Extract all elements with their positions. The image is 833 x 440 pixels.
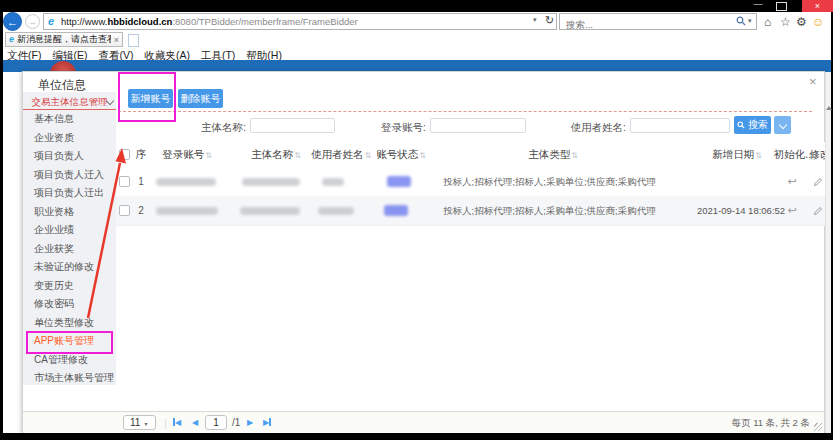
url-domain: hbbidcloud.cn [107,16,172,27]
entity-name-field[interactable] [250,118,335,133]
redacted-login-account [156,178,216,186]
annotation-box-app-account [26,331,113,354]
col-entity-name-label: 主体名称 [251,148,293,160]
bar-icon [269,418,271,426]
resize-grip[interactable] [814,423,822,431]
entity-type-text: 投标人;招标代理;招标人;采购单位;供应商;采购代理 [443,167,656,196]
tab-close-icon[interactable]: × [114,35,119,45]
delete-account-button[interactable]: 删除账号 [178,89,223,108]
url-dropdown-icon[interactable]: ▾ [533,16,537,24]
url-scheme: http://www. [61,16,107,27]
chevron-down-icon [779,121,787,129]
col-login-account-label: 登录账号 [162,148,204,160]
col-entity-type[interactable]: 主体类型⇅ [513,142,593,167]
window-close-button[interactable]: × [802,0,833,12]
annotation-box-add-account [118,72,176,122]
next-page-button[interactable]: ▶ [247,412,253,434]
scrollbar-up-icon[interactable] [826,106,832,110]
search-button-label: 搜索 [748,116,768,134]
status-badge [384,205,408,216]
favorites-star-icon[interactable]: ☆ [780,15,791,29]
col-login-account[interactable]: 登录账号⇅ [147,142,227,167]
sidebar-item-market-entity-account[interactable]: 市场主体账号管理 [23,369,116,387]
sort-icon[interactable]: ⇅ [755,151,762,160]
sidebar-item-pm-transfer-in[interactable]: 项目负责人迁入 [23,166,116,184]
sort-icon[interactable]: ⇅ [294,151,301,160]
row-index: 2 [134,196,148,225]
col-account-status-label: 账号状态 [376,148,418,160]
tab-title: 新消息提醒，请点击查看! ... [17,33,111,46]
smiley-extension-icon[interactable]: ☺ [812,15,824,29]
new-tab-button[interactable] [128,34,139,47]
row-index: 1 [134,167,148,196]
redacted-user-name [322,178,344,186]
total-pages-label: /1 [232,412,240,434]
sort-icon[interactable]: ⇅ [571,151,578,160]
sidebar-item-pm-transfer-out[interactable]: 项目负责人迁出 [23,184,116,202]
col-account-status[interactable]: 账号状态⇅ [361,142,441,167]
col-created-date[interactable]: 新增日期⇅ [697,142,777,167]
toolbar-divider [118,111,812,112]
redacted-entity-name [242,178,300,186]
sidebar-item-basic-info[interactable]: 基本信息 [23,110,116,128]
search-button[interactable]: 搜索 [734,116,771,134]
sidebar-item-qualification[interactable]: 企业资质 [23,129,116,147]
browser-search-box[interactable] [559,13,757,30]
window-restore-button[interactable] [776,2,787,11]
pagination-separator: | [164,412,167,434]
sort-icon[interactable]: ⇅ [419,151,426,160]
created-date: 2021-09-14 18:06:52 [686,196,796,225]
settings-gear-icon[interactable]: ⚙ [796,15,807,29]
table-row: 2 投标人;招标代理;招标人;采购单位;供应商;采购代理 2021-09-14 … [116,196,825,226]
edit-pencil-icon[interactable] [811,196,825,225]
row-checkbox[interactable] [119,176,130,187]
sidebar-item-change-history[interactable]: 变更历史 [23,277,116,295]
edit-pencil-icon[interactable] [811,167,825,196]
home-icon[interactable]: ⌂ [764,15,771,29]
login-account-input[interactable] [431,123,524,136]
browser-forward-button[interactable]: → [25,14,40,29]
refresh-icon[interactable]: ↻ [545,14,554,27]
login-account-label: 登录账号: [364,121,426,135]
last-page-button[interactable]: ▶ [263,412,271,434]
user-name-label: 使用者姓名: [564,121,626,135]
col-entity-type-label: 主体类型 [528,148,570,160]
row-checkbox[interactable] [119,205,130,216]
search-icon[interactable] [736,16,746,26]
col-created-date-label: 新增日期 [712,148,754,160]
sidebar-item-awards[interactable]: 企业获奖 [23,240,116,258]
browser-search-input[interactable] [564,17,728,32]
sidebar-item-professional-qualification[interactable]: 职业资格 [23,203,116,221]
browser-tab[interactable]: e 新消息提醒，请点击查看! ... × [5,32,123,47]
page-number-input[interactable] [205,415,227,430]
first-page-button[interactable]: ◀ [173,412,181,434]
sidebar-item-performance[interactable]: 企业业绩 [23,221,116,239]
browser-back-button[interactable]: ← [3,12,22,31]
sidebar-group-header[interactable]: 交易主体信息管理 [23,94,116,109]
initialize-undo-icon[interactable]: ↩ [785,196,799,225]
sort-icon[interactable]: ⇅ [205,151,212,160]
chevron-down-icon: ▾ [144,421,147,427]
page-size-value: 11 [130,417,140,428]
search-dropdown-icon[interactable]: ▾ [748,17,752,25]
sidebar-item-unit-type-change[interactable]: 单位类型修改 [23,314,116,332]
url-text: http://www.hbbidcloud.cn:8080/TPBidder/m… [61,16,358,27]
col-user-name-label: 使用者姓名 [311,148,364,160]
page-size-select[interactable]: 11▾ [123,415,156,430]
window-minimize-button[interactable]: — [750,0,766,11]
search-more-button[interactable] [774,116,791,134]
sidebar-item-unverified-changes[interactable]: 未验证的修改 [23,258,116,276]
initialize-undo-icon[interactable]: ↩ [785,167,799,196]
entity-name-input[interactable] [251,123,334,136]
tab-ie-icon: e [9,34,14,45]
page-scrollbar[interactable] [825,72,831,433]
sidebar-item-project-manager[interactable]: 项目负责人 [23,147,116,165]
login-account-field[interactable] [430,118,526,133]
sidebar-item-change-password[interactable]: 修改密码 [23,295,116,313]
redacted-user-name [318,207,354,215]
user-name-input[interactable] [631,123,728,136]
panel-close-icon[interactable]: × [809,74,817,89]
user-name-field[interactable] [630,118,730,133]
prev-page-button[interactable]: ◀ [192,412,198,434]
search-icon [737,121,745,129]
